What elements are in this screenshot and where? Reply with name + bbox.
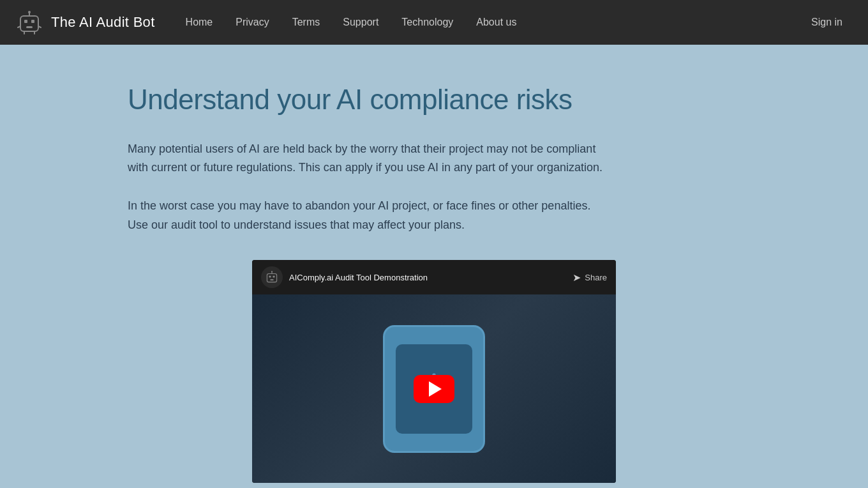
video-title: AIComply.ai Audit Tool Demonstration [289,273,428,282]
play-triangle-icon [429,381,442,397]
svg-rect-11 [269,276,271,278]
share-label: Share [585,273,607,282]
svg-rect-3 [26,26,33,28]
brand-link[interactable]: The AI Audit Bot [15,8,155,36]
main-content: Understand your AI compliance risks Many… [0,45,868,488]
svg-rect-13 [270,280,273,281]
nav-about[interactable]: About us [466,11,527,33]
video-header: AIComply.ai Audit Tool Demonstration ➤ S… [252,260,616,294]
navbar-left: The AI Audit Bot Home Privacy Terms Supp… [15,8,527,36]
video-channel-icon [261,266,283,288]
navbar: The AI Audit Bot Home Privacy Terms Supp… [0,0,868,45]
youtube-play-button[interactable] [414,375,454,403]
body-text-block: Many potential users of AI are held back… [128,140,613,234]
share-icon: ➤ [572,271,581,284]
content-inner: Understand your AI compliance risks Many… [0,83,868,483]
svg-rect-0 [20,16,38,31]
svg-point-15 [271,271,273,272]
svg-rect-1 [24,20,27,23]
video-share-button[interactable]: ➤ Share [572,271,607,284]
nav-technology[interactable]: Technology [391,11,463,33]
video-section: AIComply.ai Audit Tool Demonstration ➤ S… [128,260,740,483]
nav-links: Home Privacy Terms Support Technology Ab… [176,11,527,33]
nav-home[interactable]: Home [176,11,223,33]
svg-rect-10 [267,274,276,282]
svg-rect-2 [31,20,34,23]
brand-name: The AI Audit Bot [51,14,155,31]
video-header-left: AIComply.ai Audit Tool Demonstration [261,266,428,288]
svg-point-5 [28,11,31,13]
nav-support[interactable]: Support [333,11,389,33]
paragraph-1: Many potential users of AI are held back… [128,140,613,178]
svg-rect-12 [273,276,275,278]
paragraph-2: In the worst case you may have to abando… [128,197,613,234]
video-thumbnail[interactable] [252,294,616,483]
nav-privacy[interactable]: Privacy [225,11,279,33]
nav-terms[interactable]: Terms [282,11,331,33]
channel-logo-icon [264,270,280,285]
page-headline: Understand your AI compliance risks [128,83,740,117]
signin-button[interactable]: Sign in [801,11,853,33]
video-embed-wrapper: AIComply.ai Audit Tool Demonstration ➤ S… [252,260,616,483]
brand-logo-icon [15,8,43,36]
